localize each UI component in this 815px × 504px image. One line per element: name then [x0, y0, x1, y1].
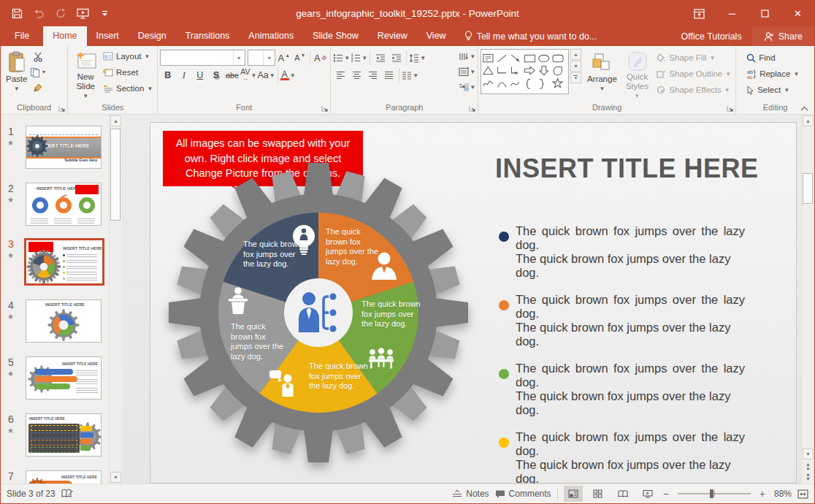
- customize-quick-access-button[interactable]: [94, 4, 115, 24]
- slide-thumbnail-2[interactable]: INSERT TITLE HERE: [26, 183, 102, 226]
- text-shadow-button[interactable]: S: [208, 68, 223, 83]
- tab-animations[interactable]: Animations: [239, 26, 303, 46]
- segment-text-orange[interactable]: The quick brown fox jumps over the lazy …: [326, 227, 384, 267]
- tell-me-box[interactable]: Tell me what you want to do...: [456, 26, 606, 46]
- tab-slide-show[interactable]: Slide Show: [303, 26, 368, 46]
- slide-thumbnail-6[interactable]: INSERT TITLE HERE: [26, 413, 102, 457]
- thumbnail-scrollbar-thumb[interactable]: [110, 129, 120, 221]
- shapes-scroll-down-button[interactable]: ▼: [570, 61, 581, 72]
- font-size-combobox[interactable]: ▼: [248, 50, 276, 66]
- italic-button[interactable]: I: [176, 68, 191, 83]
- segment-text-navy[interactable]: The quick brown fox jumps over the lazy …: [243, 240, 305, 270]
- slide-thumbnail-5[interactable]: INSERT TITLE HERE: [26, 356, 102, 400]
- slide-canvas[interactable]: All images can be swapped with your own.…: [150, 122, 797, 484]
- shape-isosceles-triangle[interactable]: [483, 66, 493, 74]
- shape-arc[interactable]: [498, 83, 506, 88]
- shape-curve[interactable]: [511, 82, 519, 86]
- text-direction-button[interactable]: ▼: [459, 49, 475, 64]
- shape-teardrop[interactable]: [554, 66, 562, 75]
- drawing-dialog-launcher[interactable]: [727, 105, 734, 112]
- slide-indicator[interactable]: Slide 3 of 23: [7, 489, 56, 499]
- align-center-button[interactable]: [349, 68, 364, 83]
- thumb-scroll-up-button[interactable]: ▲: [110, 115, 121, 126]
- close-button[interactable]: ✕: [781, 1, 814, 26]
- segment-text-yellow[interactable]: The quick brown fox jumps over the lazy …: [309, 362, 369, 392]
- font-name-combobox[interactable]: ▼: [160, 50, 245, 66]
- shape-star[interactable]: [553, 78, 562, 87]
- zoom-out-button[interactable]: −: [663, 488, 669, 500]
- slide-title[interactable]: INSERT TITLE HERE: [495, 153, 745, 184]
- tab-home[interactable]: Home: [43, 26, 86, 46]
- start-from-beginning-button[interactable]: [72, 4, 93, 24]
- paste-button[interactable]: Paste ▼: [3, 47, 30, 101]
- segment-text-gray[interactable]: The quick brown fox jumps over the lazy …: [231, 322, 286, 362]
- section-button[interactable]: Section▼: [101, 80, 155, 96]
- shape-left-brace[interactable]: [526, 79, 530, 88]
- cut-button[interactable]: [30, 49, 46, 64]
- share-button[interactable]: Share: [752, 26, 814, 46]
- increase-indent-button[interactable]: [389, 50, 404, 66]
- arrange-button[interactable]: Arrange ▼: [584, 47, 620, 101]
- shape-oval[interactable]: [539, 55, 549, 61]
- shape-down-arrow[interactable]: [540, 66, 548, 75]
- align-left-button[interactable]: [333, 68, 348, 83]
- collapse-ribbon-button[interactable]: [800, 106, 808, 111]
- shrink-font-button[interactable]: A▼: [292, 50, 307, 66]
- slide-show-button[interactable]: [638, 486, 657, 502]
- replace-button[interactable]: abac Replace▼: [744, 66, 812, 82]
- change-case-button[interactable]: Aa▼: [257, 68, 275, 83]
- thumbnail-scrollbar[interactable]: ▲ ▼: [109, 115, 122, 484]
- shapes-more-button[interactable]: ▼: [570, 72, 581, 83]
- select-button[interactable]: Select▼: [744, 82, 812, 98]
- zoom-slider-thumb[interactable]: [710, 489, 713, 498]
- format-painter-button[interactable]: [30, 80, 46, 95]
- bullet-list-textbox[interactable]: The quick brown fox jumps over the lazy …: [499, 224, 745, 484]
- shape-elbow-arrow-connector[interactable]: [512, 66, 518, 72]
- numbering-button[interactable]: ▼: [351, 50, 367, 66]
- decrease-indent-button[interactable]: [372, 50, 388, 66]
- slide-thumbnail-4[interactable]: INSERT TITLE HERE: [26, 299, 102, 343]
- shape-effects-button[interactable]: Shape Effects▼: [654, 82, 733, 98]
- tab-file[interactable]: File: [1, 26, 43, 46]
- fit-slide-to-window-button[interactable]: [797, 489, 808, 499]
- comments-button[interactable]: Comments: [495, 489, 551, 499]
- align-right-button[interactable]: [365, 68, 380, 83]
- tab-review[interactable]: Review: [368, 26, 417, 46]
- minimize-button[interactable]: ─: [716, 1, 749, 26]
- shape-right-arrow[interactable]: [525, 66, 535, 74]
- tab-view[interactable]: View: [417, 26, 456, 46]
- underline-button[interactable]: U: [192, 68, 207, 83]
- shape-textbox[interactable]: [483, 54, 493, 61]
- normal-view-button[interactable]: [564, 486, 583, 502]
- tab-insert[interactable]: Insert: [87, 26, 129, 46]
- gear-infographic-graphic[interactable]: [150, 145, 486, 481]
- slide-thumbnail-1[interactable]: INSERT TITLE HERE Subtitle Goes Here: [26, 126, 102, 169]
- copy-button[interactable]: ▼: [30, 64, 46, 80]
- shape-line[interactable]: [498, 55, 506, 61]
- shape-gallery[interactable]: [481, 49, 569, 94]
- reading-view-button[interactable]: [613, 486, 632, 502]
- bullets-button[interactable]: ▼: [333, 50, 350, 66]
- shape-rounded-rectangle[interactable]: [553, 55, 563, 61]
- redo-button[interactable]: [50, 4, 71, 24]
- thumb-scroll-down-button[interactable]: ▼: [110, 472, 121, 483]
- notes-button[interactable]: Notes: [452, 489, 489, 499]
- layout-button[interactable]: Layout▼: [101, 48, 155, 64]
- clipboard-dialog-launcher[interactable]: [58, 105, 66, 112]
- proofing-button[interactable]: [61, 489, 73, 499]
- shape-outline-button[interactable]: Shape Outline▼: [654, 66, 733, 82]
- font-dialog-launcher[interactable]: [321, 105, 329, 112]
- shape-scribble[interactable]: [483, 81, 493, 86]
- scrollbar-thumb[interactable]: [803, 173, 813, 204]
- slide-thumbnail-7[interactable]: INSERT TITLE HERE: [26, 470, 102, 484]
- bold-button[interactable]: B: [160, 68, 175, 83]
- shape-right-brace[interactable]: [540, 79, 544, 88]
- ribbon-display-options-button[interactable]: [683, 1, 716, 26]
- zoom-in-button[interactable]: +: [759, 488, 765, 500]
- segment-text-green[interactable]: The quick brown fox jumps over the lazy …: [361, 299, 421, 329]
- find-button[interactable]: Find: [744, 50, 812, 66]
- scroll-down-button[interactable]: ▼: [803, 448, 814, 459]
- shape-arrow[interactable]: [512, 55, 519, 61]
- zoom-level[interactable]: 88%: [771, 489, 792, 499]
- quick-styles-button[interactable]: Quick Styles ▼: [620, 47, 655, 101]
